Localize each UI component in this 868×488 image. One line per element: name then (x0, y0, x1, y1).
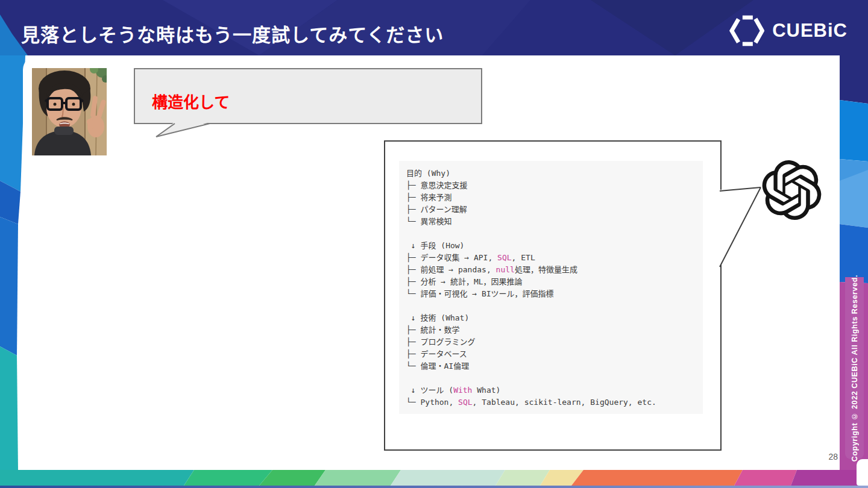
speech-bubble-text: 構造化して (152, 90, 481, 112)
code-line: ├─ 統計・数学 (406, 324, 703, 336)
code-line: └─ 評価・可視化 → BIツール，評価指標 (406, 288, 703, 300)
code-line: ├─ データベース (406, 348, 703, 360)
code-line: 目的 (Why) (406, 167, 703, 180)
code-line: ├─ 将来予測 (406, 192, 703, 204)
speech-bubble: 構造化して (134, 68, 482, 124)
code-block: 目的 (Why)├─ 意思決定支援├─ 将来予測├─ パターン理解└─ 異常検知… (399, 161, 703, 414)
code-line (406, 372, 703, 384)
code-line: ↓ 手段 (How) (406, 240, 703, 252)
corner-patch (857, 459, 868, 486)
code-line: ├─ プログラミング (406, 336, 703, 348)
copyright-text: Copyright © 2022 CUEBiC All Rights Reser… (851, 275, 859, 461)
brand-name: CUEBiC (772, 20, 848, 42)
page-number: 28 (819, 452, 838, 461)
openai-icon (762, 160, 822, 220)
code-line (406, 300, 703, 312)
code-line: └─ 異常検知 (406, 216, 703, 228)
code-line: └─ 倫理・AI倫理 (406, 360, 703, 372)
code-line: ├─ データ収集 → API, SQL, ETL (406, 252, 703, 264)
code-line (406, 228, 703, 240)
page-title: 見落としそうな時はもう一度試してみてください (21, 20, 444, 47)
brand-logo: CUEBiC (729, 15, 848, 46)
code-line: ↓ 技術 (What) (406, 312, 703, 324)
speech-bubble-tail (152, 118, 218, 140)
code-line: ├─ 分析 → 統計，ML，因果推論 (406, 276, 703, 288)
code-line: └─ Python, SQL, Tableau, scikit-learn, B… (406, 396, 703, 408)
code-line: ↓ ツール (With What) (406, 384, 703, 396)
speaker-photo (32, 68, 107, 155)
chatgpt-callout-tail (717, 183, 767, 271)
copyright-tab: Copyright © 2022 CUEBiC All Rights Reser… (845, 277, 864, 459)
presentation-slide: 見落としそうな時はもう一度試してみてください CUEBiC (0, 0, 868, 488)
cuebic-hexagon-icon (729, 15, 764, 46)
code-line: ├─ 前処理 → pandas, null処理，特徴量生成 (406, 264, 703, 276)
code-line: ├─ パターン理解 (406, 204, 703, 216)
code-line: ├─ 意思決定支援 (406, 180, 703, 192)
